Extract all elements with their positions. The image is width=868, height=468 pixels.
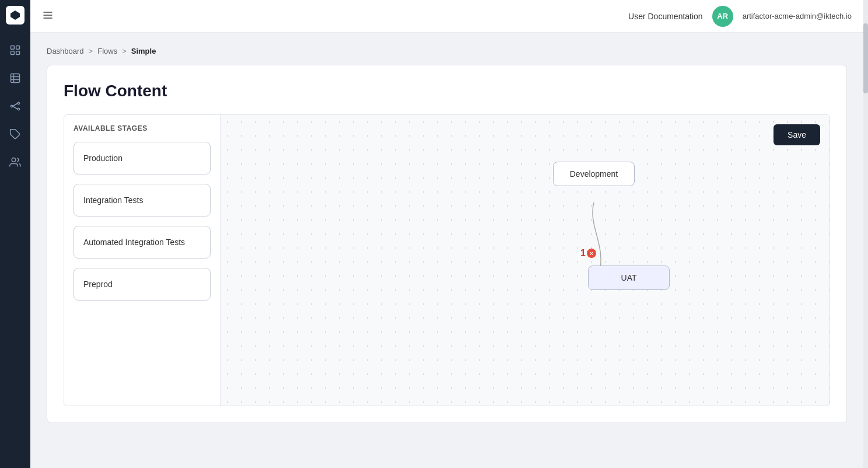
connection-badge: 1 × [580, 248, 596, 259]
topbar: User Documentation AR artifactor-acme-ad… [30, 0, 863, 33]
sidebar-item-table[interactable] [5, 68, 26, 89]
sidebar-item-users[interactable] [5, 152, 26, 173]
stage-item-preprod[interactable]: Preprod [74, 268, 211, 301]
svg-rect-1 [11, 46, 15, 50]
breadcrumb: Dashboard > Flows > Simple [47, 47, 847, 55]
svg-point-9 [11, 105, 13, 107]
scrollbar-thumb[interactable] [863, 23, 868, 93]
sidebar-item-tag[interactable] [5, 124, 26, 145]
topbar-right: User Documentation AR artifactor-acme-ad… [628, 6, 852, 27]
breadcrumb-current: Simple [131, 47, 156, 55]
canvas-area[interactable]: Save Development [220, 115, 830, 406]
main-wrapper: User Documentation AR artifactor-acme-ad… [30, 0, 863, 468]
flow-node-development[interactable]: Development [553, 162, 635, 186]
svg-rect-3 [11, 51, 15, 55]
svg-point-13 [12, 158, 16, 162]
stages-panel: Available Stages Production Integration … [64, 115, 220, 406]
svg-point-10 [18, 102, 19, 104]
stage-item-production[interactable]: Production [74, 142, 211, 174]
username: artifactor-acme-admin@iktech.io [743, 12, 852, 20]
stages-panel-title: Available Stages [74, 124, 211, 132]
breadcrumb-flows[interactable]: Flows [97, 47, 117, 55]
user-documentation-link[interactable]: User Documentation [628, 12, 703, 21]
svg-point-11 [18, 108, 19, 110]
svg-rect-4 [16, 51, 20, 55]
breadcrumb-sep-2: > [122, 47, 127, 55]
stage-item-integration-tests[interactable]: Integration Tests [74, 184, 211, 216]
svg-rect-2 [16, 46, 20, 50]
badge-number: 1 [580, 248, 586, 259]
flow-node-uat[interactable]: UAT [588, 266, 670, 290]
scrollbar-track[interactable] [863, 0, 868, 468]
breadcrumb-sep-1: > [89, 47, 93, 55]
page-title: Flow Content [64, 82, 830, 100]
save-button[interactable]: Save [774, 124, 820, 145]
sidebar-item-flow[interactable] [5, 96, 26, 117]
content: Dashboard > Flows > Simple Flow Content … [30, 33, 863, 468]
flow-area: Available Stages Production Integration … [64, 114, 830, 406]
sidebar-item-dashboard[interactable] [5, 40, 26, 61]
badge-x-icon[interactable]: × [587, 249, 596, 258]
svg-marker-0 [10, 11, 20, 20]
avatar: AR [712, 6, 733, 27]
stage-item-automated-integration-tests[interactable]: Automated Integration Tests [74, 226, 211, 259]
menu-icon[interactable] [42, 9, 54, 23]
flow-content-card: Flow Content Available Stages Production… [47, 65, 847, 423]
svg-rect-5 [11, 74, 20, 83]
logo[interactable] [6, 6, 24, 25]
breadcrumb-dashboard[interactable]: Dashboard [47, 47, 84, 55]
sidebar [0, 0, 30, 468]
